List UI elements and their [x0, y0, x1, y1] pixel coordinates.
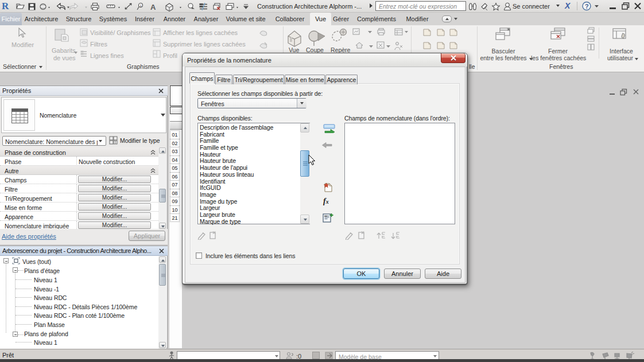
svg-text:?: ? [585, 3, 589, 10]
svg-text:A: A [150, 3, 156, 11]
